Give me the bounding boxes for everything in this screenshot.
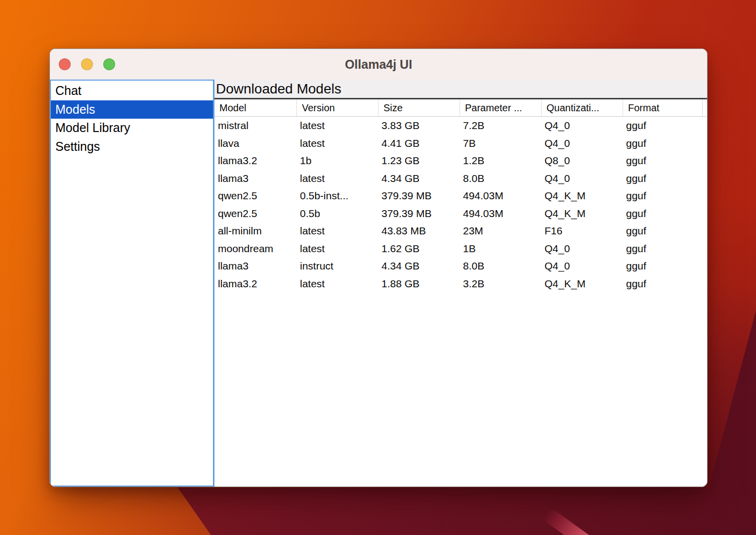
table-cell: llava (214, 134, 296, 152)
sidebar-item-settings[interactable]: Settings (51, 137, 213, 156)
table-cell: 4.41 GB (378, 134, 460, 152)
table-cell: gguf (623, 134, 703, 152)
table-cell: moondream (214, 240, 296, 258)
panel-title: Downloaded Models (214, 80, 707, 99)
table-cell: 4.34 GB (378, 257, 460, 275)
table-cell: 7.2B (460, 117, 541, 134)
table-cell: gguf (623, 170, 703, 187)
sidebar-nav-list: ChatModelsModel LibrarySettings (50, 80, 214, 487)
column-header-model[interactable]: Model (214, 99, 296, 116)
table-row[interactable]: moondreamlatest1.62 GB1BQ4_0gguf (214, 240, 707, 258)
table-row[interactable]: qwen2.50.5b379.39 MB494.03MQ4_K_Mgguf (214, 205, 707, 223)
table-cell: 8.0B (460, 257, 541, 275)
table-cell: 3.2B (460, 275, 541, 293)
table-cell: Q4_0 (541, 117, 623, 134)
table-cell: llama3 (214, 170, 296, 187)
table-cell: mistral (214, 117, 296, 134)
table-cell: 1.2B (460, 152, 541, 170)
window-title: Ollama4j UI (345, 57, 412, 72)
table-row[interactable]: all-minilmlatest43.83 MB23MF16gguf (214, 222, 707, 240)
table-cell: gguf (623, 187, 703, 205)
table-cell: 8.0B (460, 170, 541, 187)
table-cell: Q4_0 (541, 170, 623, 187)
table-cell: Q4_K_M (541, 275, 623, 293)
table-cell: 7B (460, 134, 541, 152)
column-header-size[interactable]: Size (378, 99, 460, 116)
table-cell: gguf (623, 205, 703, 223)
table-cell: 379.39 MB (378, 205, 460, 223)
table-cell: Q8_0 (541, 152, 623, 170)
table-cell: latest (296, 240, 378, 258)
table-row[interactable]: llavalatest4.41 GB7BQ4_0gguf (214, 134, 707, 152)
zoom-button[interactable] (103, 58, 115, 70)
table-cell: llama3.2 (214, 275, 296, 293)
column-header-version[interactable]: Version (296, 99, 378, 116)
table-cell: all-minilm (214, 222, 296, 240)
table-cell: 494.03M (460, 205, 541, 223)
table-cell: F16 (541, 222, 623, 240)
table-cell: 4.34 GB (378, 170, 460, 187)
table-header-row: ModelVersionSizeParameter ...Quantizati.… (214, 99, 707, 117)
table-cell: gguf (623, 240, 703, 258)
column-header-quantizati[interactable]: Quantizati... (541, 99, 623, 116)
table-cell: 0.5b (296, 205, 378, 223)
table-cell: Q4_K_M (541, 205, 623, 223)
table-row[interactable]: llama3.2latest1.88 GB3.2BQ4_K_Mgguf (214, 275, 707, 293)
table-cell: 0.5b-inst... (296, 187, 378, 205)
table-cell: 1.62 GB (378, 240, 460, 258)
table-cell: 379.39 MB (378, 187, 460, 205)
table-row[interactable]: llama3latest4.34 GB8.0BQ4_0gguf (214, 170, 707, 187)
desktop-wallpaper: Ollama4j UI ChatModelsModel LibrarySetti… (0, 0, 756, 535)
table-cell: gguf (623, 257, 703, 275)
table-cell: Q4_0 (541, 257, 623, 275)
table-cell: qwen2.5 (214, 205, 296, 223)
table-cell: gguf (623, 275, 703, 293)
table-cell: 43.83 MB (378, 222, 460, 240)
table-cell: 1.23 GB (378, 152, 460, 170)
table-cell: latest (296, 117, 378, 134)
traffic-lights (59, 49, 115, 80)
table-cell: latest (296, 275, 378, 293)
minimize-button[interactable] (81, 58, 93, 70)
sidebar-item-model-library[interactable]: Model Library (51, 119, 213, 137)
table-cell: instruct (296, 257, 378, 275)
table-cell: llama3 (214, 257, 296, 275)
table-cell: gguf (623, 117, 703, 134)
app-window: Ollama4j UI ChatModelsModel LibrarySetti… (49, 48, 708, 487)
column-header-format[interactable]: Format (623, 99, 703, 116)
table-cell: 1b (296, 152, 378, 170)
table-cell: Q4_0 (541, 240, 623, 258)
table-row[interactable]: llama3.21b1.23 GB1.2BQ8_0gguf (214, 152, 707, 170)
table-cell: llama3.2 (214, 152, 296, 170)
table-cell: 23M (460, 222, 541, 240)
table-row[interactable]: mistrallatest3.83 GB7.2BQ4_0gguf (214, 117, 707, 134)
table-row[interactable]: llama3instruct4.34 GB8.0BQ4_0gguf (214, 257, 707, 275)
table-cell: latest (296, 134, 378, 152)
table-cell: 494.03M (460, 187, 541, 205)
table-cell: qwen2.5 (214, 187, 296, 205)
table-cell: Q4_0 (541, 134, 623, 152)
window-content: ChatModelsModel LibrarySettings Download… (50, 80, 707, 487)
table-cell: gguf (623, 152, 703, 170)
table-cell: 1B (460, 240, 541, 258)
table-cell: 3.83 GB (378, 117, 460, 134)
models-panel: Downloaded Models ModelVersionSizeParame… (214, 80, 707, 487)
table-cell: latest (296, 222, 378, 240)
sidebar-item-models[interactable]: Models (51, 100, 213, 119)
close-button[interactable] (59, 58, 71, 70)
column-header-parameter[interactable]: Parameter ... (460, 99, 541, 116)
table-cell: 1.88 GB (378, 275, 460, 293)
table-cell: gguf (623, 222, 703, 240)
wallpaper-crimson-streak (530, 510, 589, 535)
sidebar-item-chat[interactable]: Chat (51, 82, 213, 100)
table-row[interactable]: qwen2.50.5b-inst...379.39 MB494.03MQ4_K_… (214, 187, 707, 205)
table-body: mistrallatest3.83 GB7.2BQ4_0ggufllavalat… (214, 117, 707, 487)
table-cell: latest (296, 170, 378, 187)
table-cell: Q4_K_M (541, 187, 623, 205)
window-titlebar: Ollama4j UI (50, 49, 707, 80)
